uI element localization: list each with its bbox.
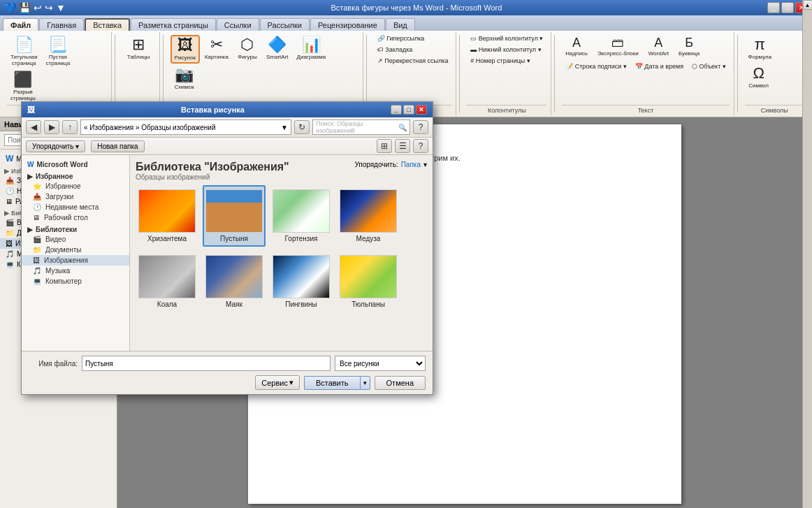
view-mode-help[interactable]: ? — [413, 139, 428, 153]
tab-file[interactable]: Файл — [3, 18, 38, 31]
pagenumber-button[interactable]: # Номер страницы ▾ — [467, 56, 546, 66]
new-folder-button[interactable]: Новая папка — [91, 140, 144, 152]
dropcap-button[interactable]: Б Буквица — [675, 34, 703, 59]
tab-layout[interactable]: Разметка страницы — [131, 18, 216, 31]
image-desert[interactable]: Пустыня — [203, 185, 266, 247]
service-button[interactable]: Сервис ▾ — [255, 375, 300, 390]
bookmark-button[interactable]: 🏷 Закладка — [374, 45, 452, 55]
nav-word-icon: W — [6, 154, 13, 164]
dialog-refresh-button[interactable]: ↻ — [294, 120, 310, 134]
tab-home[interactable]: Главная — [39, 18, 84, 31]
text-items: A Надпись 🗃 Экспресс-блоки A WordArt Б Б… — [562, 34, 730, 71]
thumb-lighthouse — [205, 255, 263, 298]
dialog-maximize-button[interactable]: □ — [403, 105, 414, 115]
tab-view[interactable]: Вид — [386, 18, 415, 31]
wordart-button[interactable]: A WordArt — [645, 34, 672, 59]
pages-buttons: 📄 Титульнаястраница 📃 Пустаястраница ⬛ Р… — [7, 34, 107, 105]
quickparts-button[interactable]: 🗃 Экспресс-блоки — [594, 34, 642, 59]
filetype-select[interactable]: Все рисунки — [335, 356, 426, 371]
tab-refs[interactable]: Ссылки — [217, 18, 259, 31]
screenshot-button[interactable]: 📷 Снимок — [171, 65, 198, 92]
symbols-buttons: π Формула Ω Символ — [745, 34, 804, 92]
crossref-button[interactable]: ↗ Перекрестная ссылка — [374, 56, 452, 66]
symbol-button[interactable]: Ω Символ — [745, 64, 773, 91]
shapes-button[interactable]: ⬡ Фигуры — [233, 35, 261, 62]
image-tulips[interactable]: Тюльпаны — [337, 251, 400, 312]
blank-page-button[interactable]: 📃 Пустаястраница — [43, 35, 73, 68]
footer-buttons-row: Сервис ▾ Вставить ▾ Отмена — [29, 375, 426, 390]
dialog-sidebar-computer[interactable]: 💻 Компьютер — [22, 276, 129, 286]
service-dropdown-icon: ▾ — [289, 378, 293, 387]
title-page-button[interactable]: 📄 Титульнаястраница — [7, 35, 41, 68]
sort-chevron: ▾ — [423, 161, 427, 168]
dialog-title-icon: 🖼 — [27, 106, 35, 114]
formula-icon: π — [755, 37, 765, 52]
page-break-button[interactable]: ⬛ Разрывстраницы — [7, 70, 39, 103]
smartart-button[interactable]: 🔷 SmartArt — [263, 35, 292, 62]
image-jellyfish[interactable]: Медуза — [337, 185, 400, 247]
dialog-sidebar-downloads[interactable]: 📥 Загрузки — [22, 191, 129, 202]
dialog-search-bar[interactable]: Поиск: Образцы изображений 🔍 — [312, 119, 410, 135]
dialog-forward-button[interactable]: ▶ — [44, 120, 59, 134]
dialog-sidebar-documents[interactable]: 📁 Документы — [22, 245, 129, 255]
dlg-documents-icon: 📁 — [33, 246, 41, 254]
libraries-label: Библиотеки — [36, 226, 77, 233]
image-koala[interactable]: Коала — [136, 251, 198, 312]
image-hydrangea[interactable]: Гортензия — [270, 185, 333, 247]
dropcap-icon: Б — [685, 36, 693, 50]
object-button[interactable]: ⬡ Объект ▾ — [688, 61, 730, 71]
dlg-computer-icon: 💻 — [33, 277, 41, 285]
dialog-path-dropdown[interactable]: ▼ — [281, 124, 288, 131]
ribbon-tab-bar: Файл Главная Вставка Разметка страницы С… — [0, 15, 812, 31]
filename-input[interactable] — [82, 356, 331, 371]
dialog-help-button[interactable]: ? — [413, 120, 428, 134]
cancel-button[interactable]: Отмена — [375, 376, 426, 390]
dialog-sidebar-music[interactable]: 🎵 Музыка — [22, 266, 129, 276]
textbox-icon: A — [572, 36, 581, 50]
dialog-sidebar-favorites[interactable]: ⭐ Избранное — [22, 181, 129, 191]
dialog-sidebar-recent[interactable]: 🕐 Недавние места — [22, 202, 129, 212]
clip-button[interactable]: ✂ Картинка — [201, 35, 232, 62]
dialog-up-button[interactable]: ↑ — [62, 120, 78, 134]
hyperlink-button[interactable]: 🔗 Гиперссылка — [374, 34, 452, 43]
dialog-close-button[interactable]: ✕ — [416, 105, 427, 115]
insert-button[interactable]: Вставить — [304, 376, 360, 390]
image-penguins[interactable]: Пингвины — [270, 251, 333, 312]
signature-button[interactable]: 📝 Строка подписи ▾ — [562, 61, 630, 71]
sort-link[interactable]: Папка — [401, 161, 421, 168]
dialog-word-icon: W — [27, 161, 34, 168]
image-chrysanthemum[interactable]: Хризантема — [136, 185, 198, 247]
dialog-path-bar[interactable]: « Изображения » Образцы изображений ▼ — [80, 119, 291, 135]
header-button[interactable]: ▭ Верхний колонтитул ▾ — [467, 34, 546, 43]
dialog-sidebar-video[interactable]: 🎬 Видео — [22, 234, 129, 245]
footer-button[interactable]: ▬ Нижний колонтитул ▾ — [467, 45, 546, 55]
formula-button[interactable]: π Формула — [745, 35, 776, 62]
maximize-button[interactable]: □ — [781, 2, 794, 13]
dialog-minimize-button[interactable]: _ — [391, 105, 402, 115]
picture-button[interactable]: 🖼 Рисунок — [171, 35, 200, 64]
vertical-scrollbar[interactable]: ▲ — [802, 117, 812, 508]
tab-insert[interactable]: Вставка — [85, 18, 130, 31]
view-mode-1[interactable]: ⊞ — [377, 139, 392, 153]
thumb-tulips — [340, 255, 397, 298]
tab-review[interactable]: Рецензирование — [310, 18, 385, 31]
tab-mailing[interactable]: Рассылки — [260, 18, 310, 31]
table-button[interactable]: ⊞ Таблицы — [124, 35, 154, 62]
datetime-button[interactable]: 📅 Дата и время — [632, 61, 687, 71]
dialog-sidebar-desktop[interactable]: 🖥 Рабочий стол — [22, 212, 129, 223]
library-title: Библиотека "Изображения" — [136, 161, 289, 173]
chart-button[interactable]: 📊 Диаграмма — [293, 35, 330, 62]
insert-dropdown-button[interactable]: ▾ — [360, 376, 370, 390]
minimize-button[interactable]: _ — [767, 2, 780, 13]
thumb-desert — [205, 189, 263, 233]
dialog-sidebar-images[interactable]: 🖼 Изображения — [22, 255, 129, 266]
view-mode-2[interactable]: ☰ — [395, 139, 410, 153]
table-icon: ⊞ — [132, 37, 145, 52]
dialog-back-button[interactable]: ◀ — [26, 120, 41, 134]
organize-button[interactable]: Упорядочить ▾ — [26, 140, 85, 152]
textbox-button[interactable]: A Надпись — [562, 34, 591, 59]
dialog-content: Библиотека "Изображения" Образцы изображ… — [130, 155, 433, 351]
sort-label: Упорядочить: — [354, 161, 398, 168]
image-lighthouse[interactable]: Маяк — [203, 251, 266, 312]
dialog-sidebar-word[interactable]: W Microsoft Word — [22, 159, 129, 170]
